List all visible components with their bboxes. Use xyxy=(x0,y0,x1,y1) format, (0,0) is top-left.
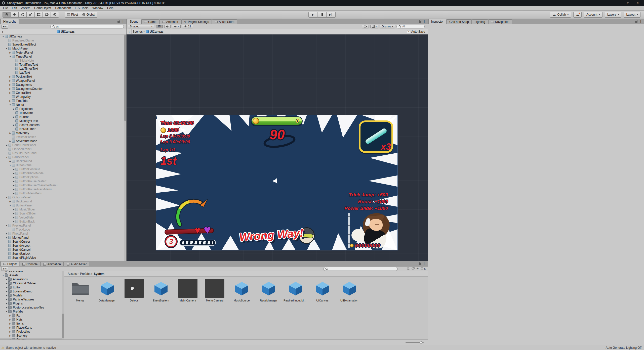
minimize-button[interactable]: – xyxy=(616,1,621,5)
slider-knob[interactable] xyxy=(420,341,422,344)
disclosure-arrow[interactable]: ▼ xyxy=(2,35,5,38)
disclosure-arrow[interactable]: ▶ xyxy=(5,307,8,309)
breadcrumb-back-button[interactable]: ‹ xyxy=(127,29,132,34)
hierarchy-item-soundcancel[interactable]: SoundCancel xyxy=(0,248,124,252)
play-button[interactable]: ▶ xyxy=(308,12,317,18)
tab-game[interactable]: Game xyxy=(141,19,159,24)
grid-settings-dropdown[interactable]: ▾ xyxy=(370,25,379,28)
close-button[interactable]: × xyxy=(635,1,640,5)
disclosure-arrow[interactable]: ▶ xyxy=(12,108,15,110)
hierarchy-item-photopanel[interactable]: ▶PhotoPanel xyxy=(0,232,124,236)
tab-hierarchy[interactable]: Hierarchy xyxy=(1,19,19,24)
hierarchy-item-nutbar[interactable]: ▶NutBar xyxy=(0,115,124,119)
disclosure-arrow[interactable]: ▼ xyxy=(5,156,8,158)
folder-item-fx[interactable]: ▶Fx xyxy=(0,314,64,318)
gizmos-dropdown[interactable]: Gizmos ▾ xyxy=(380,25,395,28)
panel-menu-icon[interactable]: ⋮ xyxy=(639,20,642,23)
disclosure-arrow[interactable]: ▶ xyxy=(12,116,15,118)
packages-visibility-toggle[interactable]: 6 xyxy=(421,267,426,270)
hierarchy-item-buttonpauserestart[interactable]: ▶ButtonPauseRestart xyxy=(0,179,124,183)
hierarchy-item-adventuremode[interactable]: ▶AdventureMode xyxy=(0,139,124,143)
folder-item-assets[interactable]: ▼Assets xyxy=(0,273,64,277)
hierarchy-item-soundaccept[interactable]: SoundAccept xyxy=(0,244,124,248)
disclosure-arrow[interactable]: ▶ xyxy=(12,221,15,223)
hierarchy-search-input[interactable]: All xyxy=(50,25,124,28)
disclosure-arrow[interactable]: ▼ xyxy=(9,104,12,106)
hierarchy-item-twistedpanties[interactable]: TwistedPanties xyxy=(0,135,124,139)
breadcrumb-prefabs[interactable]: Prefabs xyxy=(80,272,90,276)
disclosure-arrow[interactable]: ▶ xyxy=(9,160,12,162)
hierarchy-item-positiontext[interactable]: ▶PositionText xyxy=(0,75,124,79)
disclosure-arrow[interactable]: ▶ xyxy=(5,237,8,239)
rotate-tool-button[interactable] xyxy=(19,12,27,18)
scene-effects-dropdown[interactable]: ▾ xyxy=(172,25,181,28)
hierarchy-item-voiceslider[interactable]: ▶VoiceSlider xyxy=(0,215,124,220)
hierarchy-scrollbar[interactable] xyxy=(124,34,126,261)
disclosure-arrow[interactable]: ▼ xyxy=(9,164,12,166)
search-by-type-icon[interactable] xyxy=(407,267,410,270)
hierarchy-item-timespanel[interactable]: ▼TimesPanel xyxy=(0,55,124,59)
global-toggle[interactable]: Global xyxy=(80,12,98,18)
hierarchy-item-multiplyertext[interactable]: MultiplyerText xyxy=(0,119,124,123)
disclosure-arrow[interactable]: ▶ xyxy=(9,140,12,142)
maximize-button[interactable]: □ xyxy=(626,1,630,5)
tab-scene[interactable]: Scene xyxy=(127,19,141,24)
account-dropdown[interactable]: Account ▾ xyxy=(584,12,602,18)
lock-icon[interactable] xyxy=(635,21,637,23)
hierarchy-item-background[interactable]: ▶Background xyxy=(0,199,124,203)
folder-item-models[interactable]: ▶Models xyxy=(0,293,64,297)
tab-animation[interactable]: Animation xyxy=(41,262,63,266)
disclosure-arrow[interactable]: ▶ xyxy=(12,212,15,215)
disclosure-arrow[interactable]: ▶ xyxy=(5,278,8,281)
hierarchy-item-scorecounters[interactable]: ▶ScoreCounters xyxy=(0,123,124,127)
folder-item-prefabs[interactable]: ▼Prefabs xyxy=(0,310,64,314)
disclosure-arrow[interactable]: ▼ xyxy=(5,311,8,313)
hierarchy-item-soundunlock[interactable]: SoundUnlock xyxy=(0,252,124,256)
hierarchy-item-pausepanel[interactable]: ▼PausePanel xyxy=(0,155,124,159)
disclosure-arrow[interactable]: ▶ xyxy=(9,76,12,78)
hierarchy-item-datingitemscounter[interactable]: ▶DatingItemsCounter xyxy=(0,87,124,91)
project-search-input[interactable] xyxy=(323,267,398,271)
hierarchy-item-matchpanel[interactable]: ▼MatchPanel xyxy=(0,47,124,51)
create-gameobject-button[interactable]: + ▾ xyxy=(1,25,8,29)
hierarchy-item-timetrial[interactable]: ▶TimeTrial xyxy=(0,99,124,103)
disclosure-arrow[interactable]: ▶ xyxy=(9,327,12,329)
menu-window[interactable]: Window xyxy=(90,6,105,11)
asset-item-rewired-input-ma[interactable]: Rewired Input Ma... xyxy=(283,279,308,302)
asset-item-menus[interactable]: Menus xyxy=(68,279,92,302)
hierarchy-item-uicanvas[interactable]: ▼UICanvas xyxy=(0,34,124,38)
disclosure-arrow[interactable]: ▼ xyxy=(9,56,12,58)
custom-tool-button[interactable] xyxy=(51,12,59,18)
folder-item-plugins[interactable]: ▶Plugins xyxy=(0,301,64,305)
disclosure-arrow[interactable]: ▶ xyxy=(9,80,12,82)
breadcrumb-system[interactable]: System xyxy=(94,272,104,276)
panel-menu-icon[interactable]: ⋮ xyxy=(423,262,426,266)
asset-item-uiexclamation[interactable]: UIExclamation xyxy=(337,279,361,302)
game-ui-canvas[interactable]: Time 00:00:00 1000 Lap 2 00:00:00 Lap 3 … xyxy=(156,115,398,250)
menu-component[interactable]: Component xyxy=(53,6,73,11)
folder-item-lovensedemo[interactable]: ▶LovenseDemo xyxy=(0,289,64,293)
layers-dropdown[interactable]: Layers ▾ xyxy=(605,12,622,18)
hierarchy-item-weaponpanel[interactable]: ▶WeaponPanel xyxy=(0,79,124,83)
auto-generate-lighting-button[interactable]: Auto Generate Lighting Off xyxy=(606,346,641,349)
hierarchy-item-laptimestext[interactable]: LapTimesText xyxy=(0,67,124,71)
menu-e-s-tools[interactable]: E.S. Tools xyxy=(73,6,90,11)
folder-item-hats[interactable]: ▶Hats xyxy=(0,318,64,322)
asset-item-main-camera[interactable]: Main Camera xyxy=(176,279,200,302)
panel-menu-icon[interactable]: ⋮ xyxy=(122,20,125,23)
hierarchy-item-buttonpanel[interactable]: ▼ButtonPanel xyxy=(0,163,124,167)
hierarchy-item-buttonpanel[interactable]: ▼ButtonPanel xyxy=(0,203,124,207)
disclosure-arrow[interactable]: ▶ xyxy=(12,124,15,126)
hierarchy-item-textscore[interactable]: TextScore xyxy=(0,111,124,115)
hierarchy-item-countdownpanel[interactable]: ▶CountDownPanel xyxy=(0,143,124,147)
menu-file[interactable]: File xyxy=(1,6,10,11)
folder-item-projectiles[interactable]: ▶Projectiles xyxy=(0,330,64,334)
disclosure-arrow[interactable]: ▼ xyxy=(9,204,12,207)
breadcrumb-assets[interactable]: Assets xyxy=(68,272,77,276)
disclosure-arrow[interactable]: ▶ xyxy=(5,294,8,297)
tab-project-settings[interactable]: ⚙Project Settings xyxy=(181,19,212,24)
disclosure-arrow[interactable]: ▶ xyxy=(12,192,15,195)
disclosure-arrow[interactable]: ▶ xyxy=(5,290,8,293)
tab-console[interactable]: Console xyxy=(20,262,40,266)
menu-help[interactable]: Help xyxy=(105,6,115,11)
